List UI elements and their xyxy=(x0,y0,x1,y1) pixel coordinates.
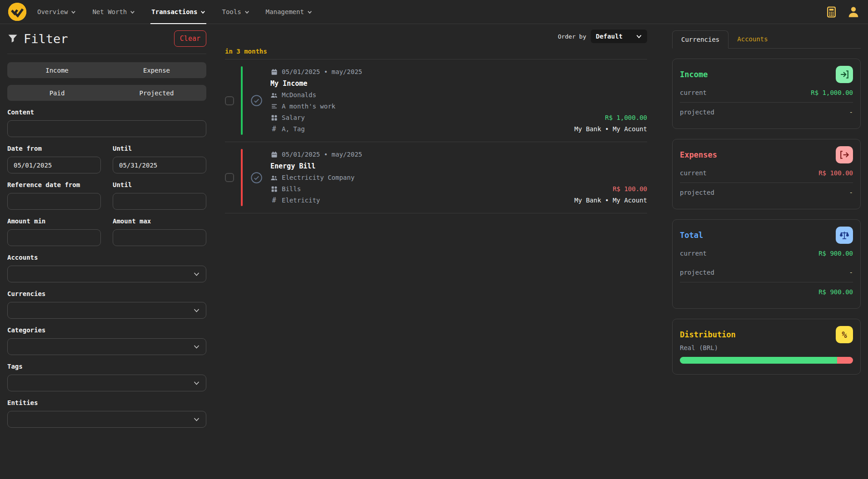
nav-item-tools-label: Tools xyxy=(222,8,241,15)
user-icon[interactable] xyxy=(847,5,860,18)
app-logo-icon[interactable] xyxy=(8,3,26,21)
total-card-title: Total xyxy=(680,227,703,244)
entities-select[interactable] xyxy=(7,411,206,428)
percent-glyph: % xyxy=(842,330,847,340)
total-sum-value: R$ 900.00 xyxy=(818,288,853,296)
transaction-amount: R$ 100.00 xyxy=(613,183,647,195)
date-from-input[interactable] xyxy=(7,157,101,173)
distribution-currency-label: Real (BRL) xyxy=(680,344,853,351)
transaction-row-income[interactable]: 05/01/2025 • may/2025 My Income McDonald… xyxy=(225,59,647,142)
check-circle-icon xyxy=(250,94,263,107)
transaction-row-expense[interactable]: 05/01/2025 • may/2025 Energy Bill Electr… xyxy=(225,142,647,213)
expense-indicator-bar xyxy=(241,149,243,206)
toggle-paid[interactable]: Paid xyxy=(7,85,107,101)
chevron-down-icon xyxy=(71,10,76,15)
transaction-tags-text: Eletricity xyxy=(282,195,320,206)
reference-date-until-input[interactable] xyxy=(113,193,206,210)
transaction-checkbox[interactable] xyxy=(225,96,234,105)
toggle-income[interactable]: Income xyxy=(7,62,107,78)
income-card-title: Income xyxy=(680,66,708,83)
total-sum-row: R$ 900.00 xyxy=(680,282,853,301)
transaction-title: My Income xyxy=(270,78,574,89)
hash-icon: # xyxy=(270,197,278,204)
income-current-value: R$ 1,000.00 xyxy=(811,89,853,96)
total-projected-row: projected - xyxy=(680,263,853,282)
transaction-category: Salary xyxy=(270,112,574,123)
amount-min-label: Amount min xyxy=(7,217,101,225)
total-card: Total current R$ 900.00 projected - xyxy=(672,219,861,309)
transaction-category-text: Bills xyxy=(282,183,301,195)
expenses-projected-value: - xyxy=(849,189,853,196)
toggle-expense[interactable]: Expense xyxy=(107,62,206,78)
transaction-account: My Bank • My Acount xyxy=(574,195,647,206)
toggle-projected[interactable]: Projected xyxy=(107,85,206,101)
date-from-label: Date from xyxy=(7,145,101,152)
income-indicator-bar xyxy=(241,66,243,135)
income-projected-value: - xyxy=(849,109,853,116)
transaction-description: A month's work xyxy=(270,101,574,112)
transaction-description-text: A month's work xyxy=(282,101,335,112)
accounts-label: Accounts xyxy=(7,254,206,261)
transactions-column: Order by Default in 3 months 05 xyxy=(214,24,660,479)
total-current-value: R$ 900.00 xyxy=(818,250,853,257)
content-input[interactable] xyxy=(7,120,206,137)
total-current-label: current xyxy=(680,250,707,257)
calendar-icon xyxy=(270,69,278,76)
order-by-select[interactable]: Default xyxy=(591,30,647,43)
entity-people-icon xyxy=(270,92,278,99)
calculator-icon[interactable] xyxy=(826,6,837,18)
income-projected-label: projected xyxy=(680,109,714,116)
tab-accounts[interactable]: Accounts xyxy=(728,30,776,48)
chevron-down-icon xyxy=(193,343,200,350)
chevron-down-icon xyxy=(193,380,200,386)
transaction-date-text: 05/01/2025 • may/2025 xyxy=(282,66,362,78)
date-until-label: Until xyxy=(113,145,206,152)
currencies-select[interactable] xyxy=(7,302,206,319)
chevron-down-icon xyxy=(193,307,200,314)
description-lines-icon xyxy=(270,103,278,110)
income-current-row: current R$ 1,000.00 xyxy=(680,83,853,102)
nav-item-overview[interactable]: Overview xyxy=(37,0,76,24)
categories-select[interactable] xyxy=(7,338,206,355)
reference-date-from-input[interactable] xyxy=(7,193,101,210)
chevron-down-icon xyxy=(200,10,205,15)
distribution-bar xyxy=(680,357,853,364)
tags-select[interactable] xyxy=(7,375,206,391)
expenses-arrow-out-icon[interactable] xyxy=(836,146,853,163)
amount-min-input[interactable] xyxy=(7,229,101,246)
tags-label: Tags xyxy=(7,363,206,370)
chevron-down-icon xyxy=(130,10,135,15)
category-grid-icon xyxy=(270,186,278,193)
tab-currencies[interactable]: Currencies xyxy=(672,30,728,49)
balance-scales-icon[interactable] xyxy=(836,227,853,244)
transaction-title: Energy Bill xyxy=(270,160,574,172)
nav-item-tools[interactable]: Tools xyxy=(222,0,249,24)
expenses-current-label: current xyxy=(680,169,707,177)
chevron-down-icon xyxy=(636,33,642,40)
chevron-down-icon xyxy=(244,10,249,15)
income-card: Income current R$ 1,000.00 projected - xyxy=(672,59,861,129)
order-by-label: Order by xyxy=(558,33,586,40)
nav-item-transactions[interactable]: Transactions xyxy=(151,0,205,24)
transaction-entity: McDonalds xyxy=(270,89,574,101)
transaction-tags-text: A, Tag xyxy=(282,123,305,135)
category-grid-icon xyxy=(270,114,278,122)
chevron-down-icon xyxy=(193,271,200,277)
income-projected-row: projected - xyxy=(680,103,853,122)
calendar-icon xyxy=(270,151,278,158)
clear-filter-button[interactable]: Clear xyxy=(174,30,206,47)
date-until-input[interactable] xyxy=(113,157,206,173)
check-circle-icon xyxy=(250,172,263,184)
order-by-value: Default xyxy=(596,33,623,40)
transaction-checkbox[interactable] xyxy=(225,173,234,182)
distribution-card: Distribution % Real (BRL) xyxy=(672,319,861,375)
group-label: in 3 months xyxy=(225,48,647,59)
income-arrow-in-icon[interactable] xyxy=(836,66,853,83)
amount-max-input[interactable] xyxy=(113,229,206,246)
nav-item-management[interactable]: Management xyxy=(266,0,312,24)
nav-item-net-worth[interactable]: Net Worth xyxy=(92,0,135,24)
content-label: Content xyxy=(7,109,206,116)
percent-icon[interactable]: % xyxy=(836,326,853,343)
currencies-label: Currencies xyxy=(7,290,206,297)
accounts-select[interactable] xyxy=(7,266,206,282)
